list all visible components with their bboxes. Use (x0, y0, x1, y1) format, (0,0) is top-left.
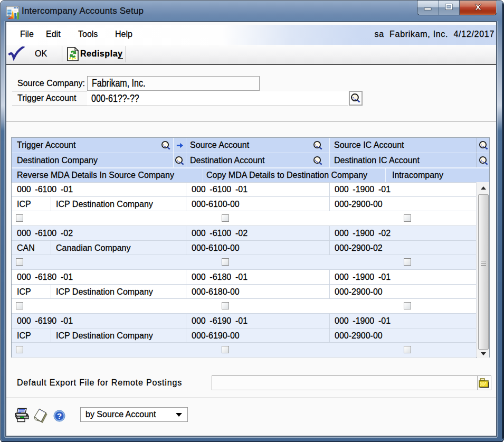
svg-text:?: ? (57, 411, 62, 420)
